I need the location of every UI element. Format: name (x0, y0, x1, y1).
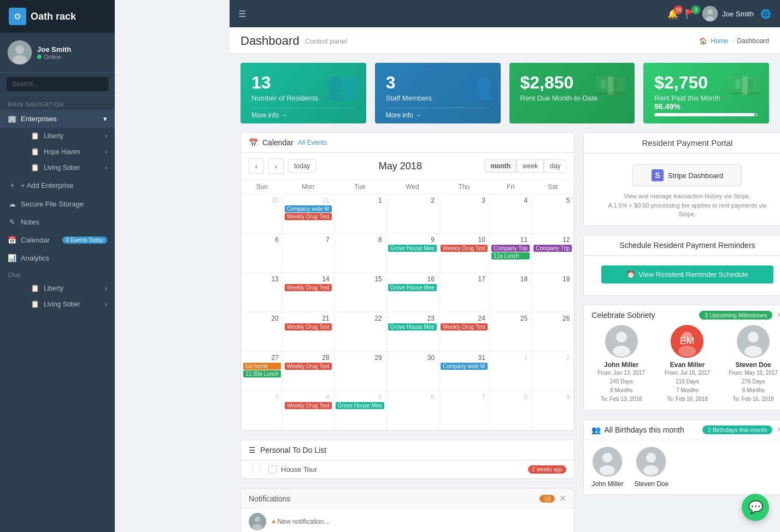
living-sober-icon: 📋 (31, 163, 39, 172)
stat-card-staff: 👥 3 Staff Members More info → (375, 63, 501, 123)
cal-day-sun: Sun (242, 180, 283, 194)
reminder-body: ⏰ View Resident Reminder Schedule (584, 256, 780, 295)
cal-event[interactable]: Weekly Drug Test (285, 402, 332, 409)
sobriety-avatar-1: EM (671, 325, 703, 358)
cal-event[interactable]: Weekly Drug Test (285, 363, 332, 370)
cal-cell-may8: 8 (333, 234, 386, 273)
cal-cell-may6: 6 (242, 234, 283, 273)
cal-event[interactable]: Grove House Mee (388, 245, 437, 252)
sidebar-item-living-sober[interactable]: 📋 Living Sober › (15, 159, 115, 175)
notes-icon: ✎ (8, 218, 16, 226)
right-column: Resident Payment Portal S Stripe Dashboa… (583, 132, 780, 532)
chevron-right-icon: › (105, 164, 107, 172)
cal-day-mon: Mon (283, 180, 333, 194)
cal-event[interactable]: Go home (243, 363, 281, 370)
sidebar-item-liberty[interactable]: 📋 Liberty › (15, 128, 115, 144)
cal-view-week[interactable]: week (517, 159, 544, 173)
stripe-button[interactable]: S Stripe Dashboard (632, 164, 742, 186)
cal-event[interactable]: Weekly Drug Test (285, 323, 332, 330)
cal-cell-may24: 24 Weekly Drug Test (438, 312, 489, 352)
left-column: 📅 Calendar All Events ‹ › today May 2018… (241, 132, 574, 532)
chat-submenu: 📋 Liberty › 📋 Living Sober › (0, 280, 115, 312)
sidebar-item-add-enterprise[interactable]: ＋ + Add Enterprise (0, 175, 115, 195)
drag-handle-icon[interactable]: ⋮⋮ (249, 465, 264, 474)
cal-event[interactable]: 11:30a Lunch (243, 370, 281, 377)
notif-count-badge: 18 (674, 5, 683, 14)
todo-header: ☰ Personal To Do List (241, 440, 574, 460)
sobriety-persons: John Miller From: Jun 13, 2017 245 Days … (584, 325, 780, 410)
sidebar-item-enterprises[interactable]: 🏢 Enterprises ▾ (0, 110, 115, 128)
notifications-button[interactable]: 🔔 18 (667, 9, 678, 19)
sidebar-chat-liberty[interactable]: 📋 Liberty › (15, 280, 115, 296)
sidebar-item-hope-haven[interactable]: 📋 Hope Haven › (15, 144, 115, 159)
cal-cell-jun7: 7 (438, 391, 489, 430)
stat-cards: 👥 13 Number of Residents More info → 👥 3… (230, 54, 780, 132)
all-events-link[interactable]: All Events (298, 139, 327, 146)
birthdays-close-button[interactable]: ✕ (777, 425, 780, 434)
cal-event[interactable]: Company wide M (285, 205, 332, 212)
sobriety-person-0: John Miller From: Jun 13, 2017 245 Days … (588, 325, 654, 404)
sidebar-item-notes[interactable]: ✎ Notes (0, 213, 115, 231)
sidebar-item-secure-file[interactable]: ☁ Secure File Storage (0, 195, 115, 213)
cal-event[interactable]: Company wide M (441, 363, 488, 370)
file-icon: ☁ (8, 200, 16, 208)
payment-note: View and manage transaction history via … (591, 192, 780, 226)
cal-next-button[interactable]: › (268, 158, 284, 174)
sidebar-item-calendar[interactable]: 📅 Calendar 0 Events Today (0, 231, 115, 249)
cal-cell-may23: 23 Grove House Mee (386, 312, 438, 352)
sobriety-card: Celebrate Sobriety 3 Upcoming Milestones… (583, 305, 780, 411)
cal-event[interactable]: Grove House Mee (388, 284, 437, 291)
cal-cell-may18: 18 (489, 273, 531, 312)
cal-view-month[interactable]: month (484, 159, 517, 173)
cal-event[interactable]: Grove House Mee (388, 323, 437, 330)
cal-cell-may25: 25 (489, 312, 531, 352)
breadcrumb-home[interactable]: Home (711, 37, 728, 45)
cal-view-day[interactable]: day (544, 159, 566, 173)
hamburger-icon[interactable]: ☰ (238, 9, 246, 19)
sidebar-item-analytics[interactable]: 📊 Analytics (0, 249, 115, 267)
cal-cell-may9: 9 Grove House Mee (386, 234, 438, 273)
cal-event[interactable]: Weekly Drug Test (441, 245, 488, 252)
calendar-icon: 📅 (8, 236, 16, 244)
birthdays-persons: John Miller Steven Doe (584, 440, 780, 494)
hope-haven-label: Hope Haven (44, 148, 80, 156)
birthdays-header: 👥 All Birthdays this month 2 Birthdays t… (584, 420, 780, 440)
cal-event[interactable]: 11a Lunch (491, 252, 530, 259)
cal-event[interactable]: Grove House Mee (336, 402, 384, 409)
cal-cell-may12: 12 Company Trip (532, 234, 574, 273)
globe-button[interactable]: 🌐 (760, 9, 771, 19)
cal-cell-may20: 20 (242, 312, 283, 352)
notif-close-button[interactable]: ✕ (559, 493, 566, 504)
notif-indicator: ● (272, 518, 275, 525)
chevron-right-icon: › (105, 132, 107, 140)
cal-event[interactable]: Weekly Drug Test (441, 323, 488, 330)
stat-card-rent-paid: 💵 $2,750 Rent Paid this Month 96.49% (643, 63, 769, 123)
svg-point-10 (616, 332, 627, 342)
cal-cell-may27: 27 Go home 11:30a Lunch (242, 352, 283, 391)
cal-event[interactable]: Weekly Drug Test (285, 213, 332, 220)
cal-event[interactable]: Company Trip (533, 245, 572, 252)
sobriety-close-button[interactable]: ✕ (777, 311, 780, 319)
app-logo[interactable]: O Oath rack (0, 0, 115, 33)
chat-bubble-button[interactable]: 💬 (742, 494, 769, 521)
sidebar-chat-living-sober[interactable]: 📋 Living Sober › (15, 296, 115, 312)
search-input[interactable] (7, 77, 108, 91)
view-reminder-button[interactable]: ⏰ View Resident Reminder Schedule (601, 265, 773, 283)
flag-button[interactable]: 🚩 3 (685, 9, 696, 19)
notif-badge: 10 (539, 495, 555, 503)
progress-fill (654, 113, 754, 116)
staff-more-info[interactable]: More info → (386, 108, 490, 123)
logo-icon: O (9, 8, 26, 25)
todo-checkbox[interactable] (268, 465, 277, 474)
arrow-icon: → (281, 111, 288, 119)
cal-event[interactable]: Weekly Drug Test (285, 284, 332, 291)
page-header: Dashboard Control panel 🏠 Home › Dashboa… (230, 27, 780, 54)
birthdays-title-area: 👥 All Birthdays this month (591, 425, 684, 434)
user-menu[interactable]: Joe Smith (702, 6, 754, 21)
cal-today-button[interactable]: today (288, 159, 316, 173)
cal-event[interactable]: Company Trip (491, 245, 530, 252)
residents-more-info[interactable]: More info → (251, 108, 355, 123)
cal-prev-button[interactable]: ‹ (249, 158, 264, 174)
rent-progress-bar (654, 113, 758, 116)
calendar-header: 📅 Calendar All Events (241, 133, 574, 153)
